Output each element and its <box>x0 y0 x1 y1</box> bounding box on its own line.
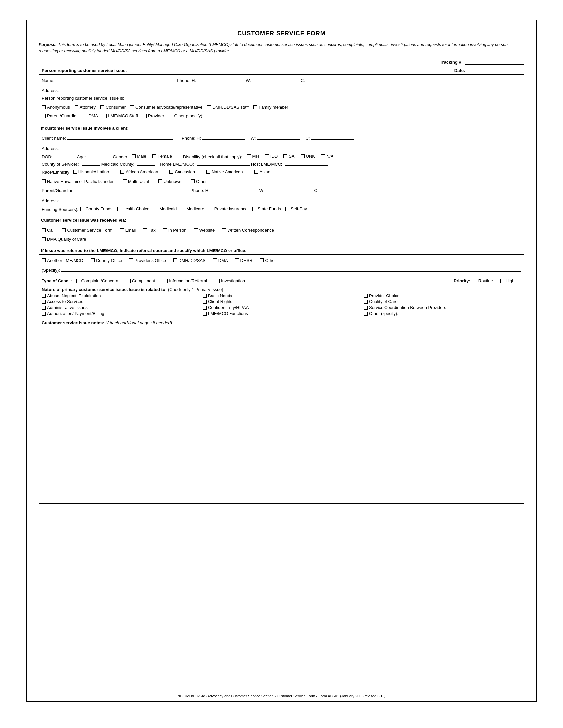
cb-website[interactable]: Website <box>194 226 215 234</box>
cb-medicare-box[interactable] <box>181 207 185 211</box>
cb-asian[interactable]: Asian <box>254 168 270 176</box>
cb-attorney-box[interactable] <box>74 105 78 109</box>
cb-pacific[interactable]: Native Hawaiian or Pacific Islander <box>42 178 114 185</box>
cb-info-referral-box[interactable] <box>164 279 167 283</box>
cb-other-race[interactable]: Other <box>191 178 207 185</box>
cb-other-nature-box[interactable] <box>364 312 368 316</box>
cb-hispanic[interactable]: Hispanic/ Latino <box>73 168 109 176</box>
home-lme-field[interactable] <box>197 160 250 166</box>
cb-dma-qoc-box[interactable] <box>42 237 46 241</box>
cb-compliment[interactable]: Compliment <box>127 278 155 283</box>
cb-providers-office[interactable]: Provider's Office <box>129 257 166 264</box>
cb-dhsr[interactable]: DHSR <box>235 257 253 264</box>
cb-other-s1[interactable]: Other (specify): <box>169 112 204 120</box>
cb-parent-guardian[interactable]: Parent/Guardian <box>42 112 78 120</box>
pg-phone-h-field[interactable] <box>211 187 254 192</box>
cb-provider-choice[interactable]: Provider Choice <box>364 293 517 298</box>
cb-consumer-advocate-box[interactable] <box>130 105 134 109</box>
cb-dmhddsa[interactable]: DMH/DD/SAS <box>173 257 206 264</box>
cb-asian-box[interactable] <box>254 170 258 174</box>
cb-another-lme[interactable]: Another LME/MCO <box>42 257 83 264</box>
cb-idd[interactable]: IDD <box>265 154 277 159</box>
cb-african-box[interactable] <box>120 170 124 174</box>
address-field[interactable] <box>60 87 521 92</box>
medicaid-county-field[interactable] <box>137 160 155 166</box>
cb-idd-box[interactable] <box>265 154 269 158</box>
cb-quality[interactable]: Quality of Care <box>364 299 517 304</box>
other-specify-field-s1[interactable] <box>209 113 296 118</box>
host-lme-field[interactable] <box>285 160 328 166</box>
cb-male[interactable]: Male <box>132 154 146 159</box>
cb-high[interactable]: High <box>500 278 515 283</box>
cb-auth-box[interactable] <box>42 312 46 316</box>
cb-hipaa[interactable]: Confidentiality/HIPAA <box>203 305 356 310</box>
cb-csf[interactable]: Customer Service Form <box>62 226 112 234</box>
cb-investigation[interactable]: Investigation <box>215 278 245 283</box>
cb-medicaid-box[interactable] <box>154 207 158 211</box>
cb-providers-office-box[interactable] <box>129 258 133 262</box>
cb-service-coord[interactable]: Service Coordination Between Providers <box>364 305 517 310</box>
cb-other-nature[interactable]: Other (specify): _____ <box>364 311 517 316</box>
cb-dmhddsa-box[interactable] <box>173 258 177 262</box>
cb-written-box[interactable] <box>222 228 226 232</box>
cb-email-box[interactable] <box>120 228 124 232</box>
cb-email[interactable]: Email <box>120 226 136 234</box>
cb-in-person-box[interactable] <box>163 228 167 232</box>
cb-self-pay-box[interactable] <box>286 207 290 211</box>
cb-unknown-box[interactable] <box>158 179 162 183</box>
cb-provider-box[interactable] <box>143 114 147 118</box>
cb-multi[interactable]: Multi-racial <box>123 178 149 185</box>
cb-consumer-box[interactable] <box>100 105 104 109</box>
client-address-field[interactable] <box>60 145 521 150</box>
cb-mh[interactable]: MH <box>247 154 259 159</box>
cb-caucasian-box[interactable] <box>169 170 173 174</box>
cb-family[interactable]: Family member <box>253 103 289 111</box>
cb-dhsr-box[interactable] <box>235 258 239 262</box>
cb-lme-functions-box[interactable] <box>203 312 207 316</box>
cb-health-choice[interactable]: Health Choice <box>117 205 150 213</box>
cb-lme-functions[interactable]: LME/MCO Functions <box>203 311 356 316</box>
cb-parent-guardian-box[interactable] <box>42 114 46 118</box>
cb-written[interactable]: Written Correspondence <box>222 226 274 234</box>
cb-call-box[interactable] <box>42 228 46 232</box>
cb-hispanic-box[interactable] <box>73 170 77 174</box>
cb-attorney[interactable]: Attorney <box>74 103 96 111</box>
phone-h-field[interactable] <box>197 77 240 82</box>
cb-male-box[interactable] <box>132 154 136 158</box>
cb-in-person[interactable]: In Person <box>163 226 187 234</box>
client-c-field[interactable] <box>311 134 354 140</box>
cb-female-box[interactable] <box>152 154 156 158</box>
cb-provider[interactable]: Provider <box>143 112 164 120</box>
cb-admin[interactable]: Administrative Issues <box>42 305 195 310</box>
cb-county-funds-box[interactable] <box>80 207 84 211</box>
cb-website-box[interactable] <box>194 228 198 232</box>
cb-quality-box[interactable] <box>364 300 368 304</box>
cb-admin-box[interactable] <box>42 306 46 310</box>
cb-unknown[interactable]: Unknown <box>158 178 181 185</box>
cb-auth[interactable]: Authorization/ Payment/Billing <box>42 311 195 316</box>
cb-basic-needs[interactable]: Basic Needs <box>203 293 356 298</box>
client-name-field[interactable] <box>67 134 173 140</box>
cb-lme-staff-box[interactable] <box>103 114 107 118</box>
cb-dmh-box[interactable] <box>207 105 211 109</box>
cb-fax-box[interactable] <box>143 228 147 232</box>
cb-health-choice-box[interactable] <box>117 207 121 211</box>
cb-anonymous-box[interactable] <box>42 105 46 109</box>
cb-pacific-box[interactable] <box>42 179 46 183</box>
cb-basic-needs-box[interactable] <box>203 294 207 298</box>
cb-na-box[interactable] <box>321 154 325 158</box>
dob-field[interactable] <box>56 153 74 158</box>
cb-dma-s4[interactable]: DMA <box>213 257 228 264</box>
cb-investigation-box[interactable] <box>215 279 219 283</box>
cb-female[interactable]: Female <box>152 154 172 159</box>
client-phone-h-field[interactable] <box>202 134 245 140</box>
pg-address-field[interactable] <box>60 197 521 202</box>
cb-hipaa-box[interactable] <box>203 306 207 310</box>
cb-dma-qoc[interactable]: DMA Quality of Care <box>42 235 86 243</box>
cb-private-ins-box[interactable] <box>209 207 213 211</box>
cb-dma-s4-box[interactable] <box>213 258 217 262</box>
client-w-field[interactable] <box>257 134 300 140</box>
cb-multi-box[interactable] <box>123 179 127 183</box>
cb-service-coord-box[interactable] <box>364 306 368 310</box>
cb-state-funds[interactable]: State Funds <box>252 205 281 213</box>
